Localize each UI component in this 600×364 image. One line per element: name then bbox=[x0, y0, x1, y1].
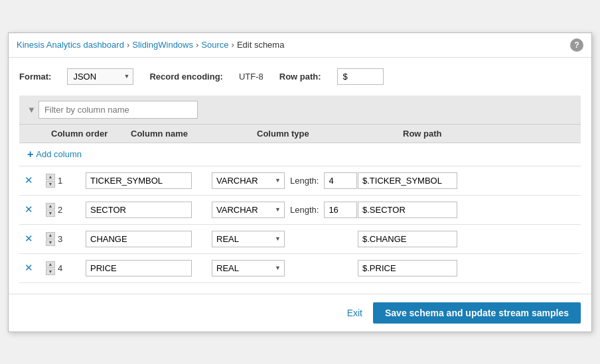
add-column-button[interactable]: + Add column bbox=[27, 149, 82, 160]
breadcrumb: Kinesis Analytics dashboard › SlidingWin… bbox=[17, 40, 284, 50]
col-head-delete bbox=[19, 129, 46, 139]
row-path-cell-2 bbox=[358, 202, 581, 218]
type-select-2[interactable]: VARCHAR REAL INTEGER DOUBLE bbox=[212, 202, 285, 218]
arrow-up-3[interactable]: ▲ bbox=[46, 232, 55, 239]
delete-row-4-button[interactable]: ✕ bbox=[19, 262, 46, 274]
title-bar: Kinesis Analytics dashboard › SlidingWin… bbox=[9, 33, 591, 58]
breadcrumb-link-source[interactable]: Source bbox=[201, 40, 228, 50]
type-select-3[interactable]: REAL VARCHAR INTEGER DOUBLE bbox=[212, 231, 285, 247]
table-row: ✕ ▲ ▼ 4 REAL VARCHAR bbox=[19, 254, 581, 283]
arrow-up-1[interactable]: ▲ bbox=[46, 174, 55, 180]
col-name-cell-4 bbox=[86, 260, 212, 276]
breadcrumb-link-slidingwindows[interactable]: SlidingWindows bbox=[132, 40, 193, 50]
type-select-wrap-4: REAL VARCHAR INTEGER DOUBLE bbox=[212, 260, 285, 276]
order-arrows-4: ▲ ▼ bbox=[46, 261, 55, 275]
type-cell-2: VARCHAR REAL INTEGER DOUBLE Length: bbox=[212, 202, 358, 218]
table-row: ✕ ▲ ▼ 3 REAL VARCHAR bbox=[19, 225, 581, 254]
col-head-type: Column type bbox=[252, 129, 398, 139]
filter-bar: ▼ bbox=[19, 95, 581, 124]
delete-icon: ✕ bbox=[25, 204, 33, 215]
exit-button[interactable]: Exit bbox=[347, 308, 362, 318]
length-label-2: Length: bbox=[290, 205, 319, 215]
order-cell-1: ▲ ▼ 1 bbox=[46, 174, 86, 188]
add-column-label: Add column bbox=[36, 149, 82, 159]
length-input-2[interactable] bbox=[324, 202, 357, 218]
filter-icon: ▼ bbox=[27, 105, 36, 115]
filter-wrap: ▼ bbox=[27, 101, 573, 119]
filter-input[interactable] bbox=[38, 101, 198, 119]
type-select-1[interactable]: VARCHAR REAL INTEGER DOUBLE bbox=[212, 172, 285, 189]
main-window: Kinesis Analytics dashboard › SlidingWin… bbox=[8, 32, 592, 332]
order-cell-4: ▲ ▼ 4 bbox=[46, 261, 86, 275]
breadcrumb-link-dashboard[interactable]: Kinesis Analytics dashboard bbox=[17, 40, 124, 50]
order-cell-2: ▲ ▼ 2 bbox=[46, 203, 86, 217]
order-arrows-2: ▲ ▼ bbox=[46, 203, 55, 217]
table-header: Column order Column name Column type Row… bbox=[19, 124, 581, 143]
arrow-down-1[interactable]: ▼ bbox=[46, 181, 55, 188]
footer: Exit Save schema and update stream sampl… bbox=[9, 294, 591, 332]
delete-icon: ✕ bbox=[25, 174, 33, 186]
breadcrumb-sep-2: › bbox=[196, 40, 198, 50]
type-cell-4: REAL VARCHAR INTEGER DOUBLE bbox=[212, 260, 358, 276]
type-cell-1: VARCHAR REAL INTEGER DOUBLE Length: bbox=[212, 172, 358, 189]
row-path-cell-4 bbox=[358, 260, 581, 276]
table-row: ✕ ▲ ▼ 1 VARCHAR REAL bbox=[19, 166, 581, 196]
row-path-input-4[interactable] bbox=[358, 260, 457, 276]
delete-row-3-button[interactable]: ✕ bbox=[19, 233, 46, 245]
order-arrows-1: ▲ ▼ bbox=[46, 174, 55, 188]
col-name-input-2[interactable] bbox=[86, 202, 192, 218]
content-area: Format: JSON CSV Record encoding: UTF-8 … bbox=[9, 58, 591, 294]
save-button[interactable]: Save schema and update stream samples bbox=[373, 302, 581, 324]
type-select-wrap-3: REAL VARCHAR INTEGER DOUBLE bbox=[212, 231, 285, 247]
arrow-down-4[interactable]: ▼ bbox=[46, 269, 55, 275]
format-label: Format: bbox=[19, 72, 51, 82]
order-arrows-3: ▲ ▼ bbox=[46, 232, 55, 246]
help-icon[interactable]: ? bbox=[570, 38, 583, 52]
breadcrumb-current: Edit schema bbox=[237, 40, 285, 50]
schema-table: Column order Column name Column type Row… bbox=[19, 124, 581, 283]
record-encoding-label: Record encoding: bbox=[149, 72, 223, 82]
arrow-up-2[interactable]: ▲ bbox=[46, 203, 55, 210]
row-path-label: Row path: bbox=[279, 72, 321, 82]
breadcrumb-sep-1: › bbox=[127, 40, 129, 50]
type-select-4[interactable]: REAL VARCHAR INTEGER DOUBLE bbox=[212, 260, 285, 276]
breadcrumb-sep-3: › bbox=[232, 40, 234, 50]
row-path-input-2[interactable] bbox=[358, 202, 457, 218]
record-encoding-value: UTF-8 bbox=[239, 72, 263, 82]
delete-row-2-button[interactable]: ✕ bbox=[19, 204, 46, 215]
format-select-wrap: JSON CSV bbox=[67, 68, 133, 85]
order-num-3: 3 bbox=[58, 234, 62, 244]
type-select-wrap-1: VARCHAR REAL INTEGER DOUBLE bbox=[212, 172, 285, 189]
arrow-down-2[interactable]: ▼ bbox=[46, 210, 55, 217]
col-name-input-1[interactable] bbox=[86, 172, 192, 189]
row-path-input-1[interactable] bbox=[358, 172, 457, 189]
row-path-input-3[interactable] bbox=[358, 231, 457, 247]
delete-icon: ✕ bbox=[25, 233, 33, 245]
col-name-input-4[interactable] bbox=[86, 260, 192, 276]
row-path-cell-3 bbox=[358, 231, 581, 247]
type-cell-3: REAL VARCHAR INTEGER DOUBLE bbox=[212, 231, 358, 247]
col-name-cell-3 bbox=[86, 231, 212, 247]
table-row: ✕ ▲ ▼ 2 VARCHAR REAL bbox=[19, 196, 581, 225]
row-path-input[interactable] bbox=[337, 68, 384, 85]
format-select[interactable]: JSON CSV bbox=[67, 68, 133, 85]
col-name-cell-2 bbox=[86, 202, 212, 218]
order-num-1: 1 bbox=[58, 176, 62, 186]
col-name-input-3[interactable] bbox=[86, 231, 192, 247]
order-cell-3: ▲ ▼ 3 bbox=[46, 232, 86, 246]
plus-icon: + bbox=[27, 149, 33, 160]
format-row: Format: JSON CSV Record encoding: UTF-8 … bbox=[19, 68, 581, 85]
col-head-name: Column name bbox=[125, 129, 252, 139]
type-select-wrap-2: VARCHAR REAL INTEGER DOUBLE bbox=[212, 202, 285, 218]
length-input-1[interactable] bbox=[324, 172, 357, 189]
arrow-down-3[interactable]: ▼ bbox=[46, 239, 55, 246]
order-num-2: 2 bbox=[58, 205, 62, 215]
col-head-order: Column order bbox=[46, 129, 125, 139]
arrow-up-4[interactable]: ▲ bbox=[46, 261, 55, 268]
col-head-rowpath: Row path bbox=[398, 129, 581, 139]
row-path-cell-1 bbox=[358, 172, 581, 189]
delete-icon: ✕ bbox=[25, 262, 33, 274]
order-num-4: 4 bbox=[58, 263, 62, 273]
col-name-cell-1 bbox=[86, 172, 212, 189]
delete-row-1-button[interactable]: ✕ bbox=[19, 174, 46, 186]
